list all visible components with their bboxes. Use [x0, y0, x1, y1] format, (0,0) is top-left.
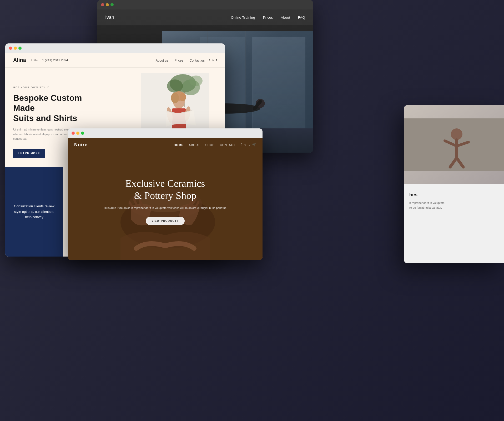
alina-social-icons: f ○ t: [209, 58, 217, 62]
alina-blue-block: Consultation clients review style option…: [5, 167, 63, 257]
alina-nav-prices[interactable]: Prices: [174, 58, 183, 63]
alina-tagline: GET YOUR OWN STYLE!: [13, 86, 105, 89]
fitness-right-heading: hes: [409, 192, 499, 198]
fitness-nav-list: Online Training Prices About FAQ: [231, 15, 305, 20]
svg-point-11: [167, 79, 183, 93]
noire-shop-icon[interactable]: 🛒: [252, 143, 256, 147]
traffic-light-green[interactable]: [110, 3, 114, 6]
traffic-light-green-noire[interactable]: [81, 132, 84, 135]
alina-blue-block-text: Consultation clients review style option…: [11, 204, 58, 220]
traffic-light-yellow-alina[interactable]: [14, 47, 17, 50]
noire-headline: Exclusive Ceramics& Pottery Shop: [87, 178, 243, 202]
fitness-nav-item-training[interactable]: Online Training: [231, 15, 255, 20]
noire-subheadline: Duis aute irure dolor in reprehenderit i…: [87, 206, 243, 210]
traffic-light-red[interactable]: [101, 3, 104, 6]
alina-nav-list: About us Prices Contact us: [156, 58, 205, 63]
traffic-light-red-noire[interactable]: [72, 132, 75, 135]
fitness-right-text-2: re eu fugiat nulla pariatur.: [409, 206, 499, 210]
alina-instagram-icon[interactable]: ○: [212, 58, 214, 62]
fitness-nav-item-about[interactable]: About: [281, 15, 290, 20]
svg-rect-34: [404, 118, 504, 171]
fitness-navbar: Ivan Online Training Prices About FAQ: [97, 9, 313, 25]
fitness-logo: Ivan: [105, 15, 114, 20]
noire-nav-home[interactable]: HOME: [174, 142, 184, 147]
noire-nav-contact[interactable]: CONTACT: [220, 142, 235, 147]
svg-point-12: [189, 76, 203, 86]
divider: [40, 58, 40, 62]
alina-navbar: Alina EN 1 (241) 2041 2894 About us Pric…: [5, 53, 225, 68]
titlebar-alina: [5, 43, 225, 53]
fitness-right-image: [404, 105, 504, 184]
traffic-light-red-alina[interactable]: [9, 47, 12, 50]
fitness-right-content: hes n reprehenderit in voluptate re eu f…: [404, 105, 504, 263]
noire-navbar: Noire HOME ABOUT SHOP CONTACT f ○ t: [68, 138, 263, 152]
traffic-light-yellow-noire[interactable]: [76, 132, 79, 135]
fitness-right-text-1: n reprehenderit in voluptate: [409, 201, 499, 206]
titlebar-fitness: [97, 0, 313, 9]
fitness-nav-item-faq[interactable]: FAQ: [298, 15, 305, 20]
alina-logo: Alina: [13, 57, 26, 63]
alina-nav-contact[interactable]: Contact us: [190, 58, 205, 63]
traffic-light-yellow[interactable]: [106, 3, 109, 6]
fitness-nav-item-prices[interactable]: Prices: [263, 15, 273, 20]
noire-social-icons: f ○ t 🛒: [241, 143, 256, 147]
alina-headline: Bespoke Custom Made Suits and Shirts: [13, 93, 105, 123]
noire-logo: Noire: [74, 142, 88, 148]
alina-cta-button[interactable]: LEARN MORE: [13, 149, 45, 158]
noire-facebook-icon[interactable]: f: [241, 143, 241, 147]
alina-lang-selector[interactable]: EN: [31, 58, 38, 62]
noire-nav-shop[interactable]: SHOP: [205, 142, 215, 147]
noire-instagram-icon[interactable]: ○: [244, 143, 246, 147]
svg-point-17: [180, 93, 186, 101]
alina-twitter-icon[interactable]: t: [216, 58, 217, 62]
browser-fitness-right: hes n reprehenderit in voluptate re eu f…: [404, 105, 504, 263]
alina-facebook-icon[interactable]: f: [209, 58, 210, 62]
alina-nav-about[interactable]: About us: [156, 58, 168, 63]
noire-page-content: Noire HOME ABOUT SHOP CONTACT f ○ t: [68, 138, 263, 260]
titlebar-noire: [68, 128, 263, 138]
traffic-light-green-alina[interactable]: [18, 47, 22, 50]
alina-phone: 1 (241) 2041 2894: [42, 58, 68, 62]
noire-twitter-icon[interactable]: t: [249, 143, 250, 147]
noire-nav-list: HOME ABOUT SHOP CONTACT: [174, 142, 235, 147]
svg-point-16: [171, 93, 179, 103]
fitness-right-svg: [404, 105, 504, 184]
browser-noire: Noire HOME ABOUT SHOP CONTACT f ○ t: [68, 128, 263, 260]
fitness-right-text-area: hes n reprehenderit in voluptate re eu f…: [404, 184, 504, 218]
noire-nav-about[interactable]: ABOUT: [189, 142, 200, 147]
noire-cta-button[interactable]: VIEW PRODUCTS: [146, 217, 185, 225]
noire-hero-section: Exclusive Ceramics& Pottery Shop Duis au…: [87, 178, 243, 225]
